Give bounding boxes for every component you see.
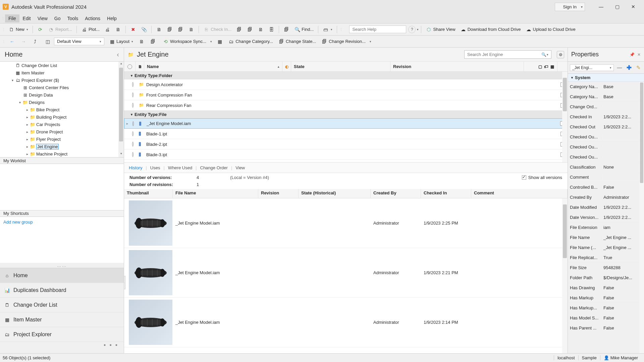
col-check[interactable] (124, 62, 136, 71)
print-button[interactable]: 🖨 (102, 25, 112, 34)
grid-row[interactable]: Blade-2.ipt (124, 139, 568, 149)
tool-c-button[interactable]: 🗐 (175, 25, 185, 34)
refresh-button[interactable]: ⟳ (35, 25, 45, 34)
hcol-filename[interactable]: File Name (173, 189, 258, 198)
close-icon[interactable]: ✕ (637, 52, 641, 57)
property-row[interactable]: Checked Ou... (568, 142, 644, 152)
tab-uses[interactable]: Uses (150, 164, 161, 172)
splitter-handle[interactable]: ▸ (124, 276, 125, 289)
attach-button[interactable]: 📎 (139, 25, 149, 34)
back-button[interactable]: ← (7, 38, 17, 46)
tree-item[interactable]: ▾📁Designs (0, 99, 124, 106)
col-state[interactable]: State (291, 62, 390, 71)
hcol-checkedin[interactable]: Checked In (421, 189, 471, 198)
expand-icon[interactable]: ▸ (25, 108, 30, 112)
hcol-state[interactable]: State (Historical) (299, 189, 371, 198)
download-cloud-button[interactable]: ☁Download from Cloud Drive (458, 25, 523, 34)
collapse-icon[interactable]: ‹ (117, 51, 119, 58)
hcol-thumbnail[interactable]: Thumbnail (124, 189, 173, 198)
tool-d-button[interactable]: 🗎 (186, 25, 196, 34)
resize-dots-icon[interactable]: …… (0, 263, 124, 268)
scroll-down-button[interactable]: ▾ (118, 152, 124, 157)
property-row[interactable]: Category Na...Base (568, 92, 644, 102)
scrollbar-thumb[interactable] (563, 204, 567, 258)
property-row[interactable]: ClassificationNone (568, 162, 644, 172)
expand-icon[interactable]: ▾ (17, 101, 22, 104)
up-button[interactable]: ⤴ (30, 38, 40, 46)
tab-history[interactable]: History (128, 164, 143, 172)
share-view-button[interactable]: ⬡Share View (424, 25, 457, 34)
layout-button[interactable]: ▦Layout▾ (107, 38, 135, 46)
history-row[interactable]: _Jet Engine Model.iamAdministrator1/9/20… (124, 248, 568, 298)
square-icon[interactable]: ▢ (538, 64, 542, 69)
tree-item[interactable]: ▾🗂Project Explorer ($) (0, 76, 124, 84)
property-row[interactable]: Comment (568, 172, 644, 182)
tree-item[interactable]: ▸📁Car Projects (0, 121, 124, 128)
history-row[interactable]: _Jet Engine Model.iamAdministrator1/9/20… (124, 298, 568, 347)
tree-item[interactable]: ▸📁Jet Engine (0, 143, 124, 150)
find-button[interactable]: 🔍Find... (292, 25, 316, 34)
change-state-button[interactable]: 🗐Change State... (276, 38, 318, 46)
circle-icon[interactable] (132, 131, 133, 136)
expand-icon[interactable]: ▸ (25, 123, 30, 126)
tool-h-button[interactable]: 🗄 (266, 25, 276, 34)
property-row[interactable]: Date Modified1/9/2023 2:2... (568, 202, 644, 213)
forward-button[interactable]: → (18, 38, 29, 46)
circle-icon[interactable] (132, 121, 134, 126)
property-row[interactable]: Change Ord... (568, 102, 644, 112)
search-help-input[interactable] (349, 25, 406, 33)
dropdown-icon[interactable]: ▾ (547, 53, 548, 56)
property-row[interactable]: Category Na...Base (568, 82, 644, 92)
change-category-button[interactable]: 🗂Change Category... (226, 38, 275, 46)
scroll-up-button[interactable]: ▴ (118, 62, 124, 67)
hcol-revision[interactable]: Revision (258, 189, 299, 198)
tag-icon[interactable]: 🏷 (544, 64, 548, 69)
nav-more-button[interactable]: • • • (0, 342, 124, 353)
nav-projectexplorer[interactable]: 🗂Project Explorer (0, 327, 124, 342)
tool-b-button[interactable]: 🗐 (165, 25, 175, 34)
tree-item[interactable]: ▦Item Master (0, 69, 124, 76)
scrollbar-track[interactable] (639, 82, 644, 353)
property-row[interactable]: Date Version...1/9/2023 2:2... (568, 213, 644, 223)
property-row[interactable]: File Name_Jet Engine ... (568, 233, 644, 243)
property-row[interactable]: Controlled B...False (568, 182, 644, 192)
dropdown-icon[interactable]: ▾ (370, 40, 371, 43)
expand-icon[interactable]: ▾ (10, 78, 15, 82)
search-help-field[interactable] (352, 27, 403, 32)
tab-view[interactable]: View (235, 164, 246, 172)
property-row[interactable]: File Name (..._Jet Engine ... (568, 243, 644, 253)
print-preview-button[interactable]: 🗎 (113, 25, 123, 34)
group-header[interactable]: ▾Entity Type:File (124, 111, 568, 118)
add-prop-button[interactable]: ✚ (625, 64, 633, 71)
property-row[interactable]: Has Model S...False (568, 313, 644, 323)
tree-item[interactable]: ▸📁Bike Project (0, 106, 124, 113)
circle-icon[interactable] (132, 142, 133, 146)
grid-row[interactable]: Blade-1.ipt (124, 129, 568, 139)
menu-view[interactable]: View (34, 14, 51, 22)
tool-a-button[interactable]: 🗎 (154, 25, 164, 34)
tool-e-button[interactable]: 🗐 (234, 25, 244, 34)
property-row[interactable]: Has Markup...False (568, 303, 644, 313)
property-row[interactable]: File Extensioniam (568, 223, 644, 233)
props-selector[interactable]: _Jet Engi...▾ (570, 64, 614, 71)
checkin-button[interactable]: ⎘Check In... (201, 25, 233, 34)
property-row[interactable]: Has Parent ...False (568, 323, 644, 333)
delete-button[interactable]: ✖ (128, 25, 138, 34)
grid-icon[interactable]: ▦ (550, 64, 554, 69)
scrollbar-track[interactable]: ▴ ▾ (118, 62, 124, 157)
maximize-button[interactable]: ▢ (609, 0, 625, 13)
props-group-system[interactable]: ▾System (568, 74, 644, 82)
shortcuts-header[interactable]: My Shortcuts (0, 210, 124, 217)
tree-item[interactable]: ▸📁Flyer Project (0, 135, 124, 143)
menu-tools[interactable]: Tools (64, 14, 82, 22)
nav-itemmaster[interactable]: ▦Item Master (0, 312, 124, 327)
worklist-header[interactable]: My Worklist (0, 157, 124, 164)
property-row[interactable]: Created ByAdministrator (568, 192, 644, 202)
property-row[interactable]: Checked In1/9/2023 2:2... (568, 112, 644, 122)
scrollbar-track[interactable] (562, 198, 568, 353)
grid-row[interactable]: 📁Front Compression Fan (124, 90, 568, 100)
tool-j-button[interactable]: 🗃▾ (321, 25, 334, 34)
help-button[interactable]: ? (408, 26, 416, 33)
tool-k-button[interactable]: 🗎 (137, 38, 147, 46)
tree-item[interactable]: 🗒Change Order List (0, 62, 124, 69)
